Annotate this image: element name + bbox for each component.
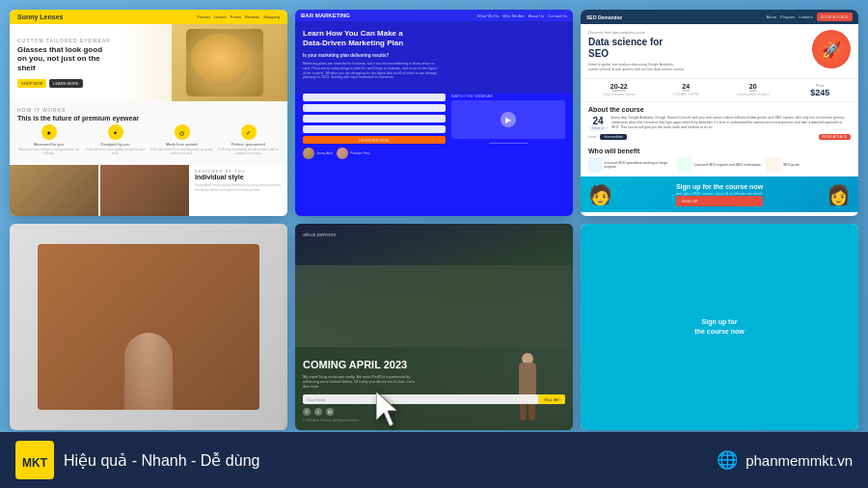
coming-main: COMING APRIL 2023 My travel blog continu…	[303, 358, 565, 422]
bar-hero-body: Marketing plans are essential for busine…	[303, 62, 438, 81]
bar-nav-item[interactable]: What We Do	[477, 14, 500, 18]
sunny-bottom-image-2	[100, 165, 189, 216]
coming-title: COMING APRIL 2023	[303, 358, 565, 371]
seo-who-title: Who will benefit	[588, 148, 851, 154]
seo-nav-item[interactable]: Leaders	[799, 14, 812, 19]
bar-input-1[interactable]	[303, 94, 446, 101]
sunny-nav-item[interactable]: Reviews	[245, 14, 259, 19]
seo-who-text-2: Licensed SEO experts and SEO enthusiasts	[694, 163, 761, 168]
coming-submit-btn[interactable]: TELL ME!	[538, 394, 565, 404]
seo-rocket-icon: 🚀	[812, 30, 851, 68]
sunny-icon-2: ✦ Designed by you Each pair meets strict…	[84, 124, 147, 155]
sunny-how-section: HOW IT WORKS This is the future of premi…	[10, 101, 287, 165]
sunny-logo: Sunny Lenses	[17, 14, 63, 20]
seo-stat-dates: 20-22 September 3 days of intense practi…	[588, 83, 650, 97]
seo-nav: About Program Leaders BOOK A PLACE	[767, 13, 853, 21]
seo-nav-item[interactable]: Program	[780, 14, 795, 19]
coming-content: akua petrovs COMING APRIL 2023 My travel…	[295, 224, 573, 430]
bar-input-2[interactable]	[303, 104, 446, 112]
sunny-icon-circle-4: ✓	[241, 124, 257, 140]
seo-stat-sub-3: Limited number of places	[722, 93, 784, 96]
facebook-icon[interactable]: f	[303, 408, 311, 416]
sunny-section-subtitle: This is the future of premium eyewear	[17, 115, 280, 122]
seo-bottom-content: Sign up forthe course now	[694, 317, 744, 337]
sunny-hero: CUSTOM TAILORED EYEWEAR Glasses that loo…	[10, 24, 287, 101]
seo-who-icon-2	[677, 157, 692, 173]
bottom-bar: MKT Hiệu quả - Nhanh - Dễ dùng 🌐 phanmem…	[0, 432, 868, 488]
seo-level-label: Level	[588, 135, 596, 139]
previews-grid: Sunny Lenses Frames Lenses Prices Review…	[10, 10, 858, 430]
sunny-custom-label: CUSTOM TAILORED EYEWEAR	[17, 38, 111, 43]
sunny-icons-row: ★ Measured for you Watch your eyes and g…	[17, 124, 280, 155]
sunny-icon-3: ◎ Made from scratch Each pair comes from…	[150, 124, 213, 155]
sunny-hero-image	[172, 24, 287, 101]
seo-signup-btn[interactable]: SIGN UP	[676, 196, 763, 206]
bottom-right: 🌐 phanmemmkt.vn	[717, 449, 853, 471]
seo-header: SEO Demandez About Program Leaders BOOK …	[581, 10, 858, 24]
bar-register-btn[interactable]: REGISTER NOW	[303, 136, 446, 144]
seo-who: Who will benefit In-house SEO specialist…	[581, 144, 858, 176]
linkedin-icon[interactable]: in	[326, 408, 334, 416]
bar-speaker-1: Jeremy Athis	[303, 148, 333, 159]
sunny-hero-title: Glasses that look good on you, not just …	[17, 45, 104, 73]
card-seo-course[interactable]: SEO Demandez About Program Leaders BOOK …	[581, 10, 858, 216]
sunny-icon-1: ★ Measured for you Watch your eyes and g…	[17, 124, 80, 155]
bar-input-4[interactable]	[303, 125, 446, 133]
seo-who-text-3: SEO guide	[783, 163, 800, 168]
coming-logo: akua petrovs	[303, 231, 565, 237]
sunny-nav-item[interactable]: Frames	[197, 14, 210, 19]
bar-speaker-name-2: Penelope Perry	[350, 151, 370, 155]
seo-signup-sub: and get a PDF course report & certificat…	[676, 191, 763, 196]
sunny-nav-item[interactable]: Lenses	[214, 14, 227, 19]
sunny-icon-circle-2: ✦	[108, 124, 123, 140]
card-sunny-lenses[interactable]: Sunny Lenses Frames Lenses Prices Review…	[10, 10, 287, 216]
seo-hero-title: Data science for SEO	[588, 37, 685, 60]
card-placeholder	[10, 224, 287, 430]
card-bar-marketing[interactable]: BAR MARKETING What We Do Who We Are Abou…	[295, 10, 573, 216]
seo-about-title: About the course	[588, 106, 851, 113]
seo-hero-body: Learn to gather and analyze data using G…	[588, 63, 685, 72]
sunny-nav-item[interactable]: Prices	[231, 14, 241, 19]
sunny-shop-btn[interactable]: SHOP NOW	[17, 79, 46, 88]
bar-nav: What We Do Who We Are About Us Contact U…	[477, 14, 567, 18]
sunny-bottom-section: REVIEWED BY YOU Individual style Extraor…	[10, 165, 287, 216]
bar-input-3[interactable]	[303, 115, 446, 122]
bar-nav-item[interactable]: Contact Us	[548, 14, 567, 18]
play-icon: ▶	[501, 112, 516, 127]
seo-book-btn[interactable]: BOOK A PLACE	[817, 13, 853, 21]
bar-content: REGISTER NOW Jeremy Athis Penelope Perry…	[295, 94, 573, 167]
sunny-learn-btn[interactable]: LEARN MORE	[49, 79, 82, 88]
sunny-icon-circle: ★	[41, 124, 57, 140]
seo-stat-sub-2: 10:00 AM - 6:00 PM	[656, 93, 718, 96]
bar-header: BAR MARKETING What We Do Who We Are Abou…	[295, 10, 573, 21]
sunny-icon-4: ✓ Perfect, guaranteed If it doesn't fit …	[217, 124, 280, 155]
seo-who-item-1: In-house SEO specialists working on larg…	[588, 157, 673, 173]
sunny-icon-label: Measured for you	[34, 142, 64, 147]
bottom-url[interactable]: phanmemmkt.vn	[746, 452, 853, 469]
globe-icon: 🌐	[717, 449, 738, 471]
card-placeholder-inner	[38, 244, 259, 409]
seo-book-course-btn[interactable]: BOOK A PLACE	[819, 134, 851, 140]
seo-stats: 20-22 September 3 days of intense practi…	[581, 78, 858, 102]
coming-email-form: Your Email TELL ME!	[303, 394, 565, 404]
sunny-icon-circle-3: ◎	[175, 124, 190, 140]
seo-signup-banner: 🧑 Sign up for the course now and get a P…	[581, 176, 858, 212]
card-coming-soon[interactable]: akua petrovs COMING APRIL 2023 My travel…	[295, 224, 573, 430]
seo-about-number-label: Hours of	[588, 126, 608, 132]
bar-nav-item[interactable]: About Us	[529, 14, 544, 18]
svg-text:MKT: MKT	[22, 456, 48, 470]
seo-stat-seats: 20 Seats Limited number of places	[722, 83, 784, 97]
seo-about-number: 24	[588, 116, 608, 126]
sunny-nav-item[interactable]: Shopping	[263, 14, 280, 19]
coming-email-input[interactable]: Your Email	[303, 394, 538, 404]
seo-signup-person-right: 👩	[827, 183, 851, 206]
seo-signup-text: Sign up for the course now and get a PDF…	[676, 182, 763, 206]
bar-nav-item[interactable]: Who We Are	[502, 14, 524, 18]
seo-who-item-2: Licensed SEO experts and SEO enthusiasts	[677, 157, 762, 173]
seo-nav-item[interactable]: About	[767, 14, 776, 19]
bar-hero-title: Learn How You Can Make a Data-Driven Mar…	[303, 29, 419, 49]
bottom-tagline: Hiệu quả - Nhanh - Dễ dùng	[64, 451, 259, 470]
coming-copyright: © 2023 Akua Petronov, All Rights Reserve…	[303, 419, 565, 422]
seo-level-value: Intermediate	[600, 134, 626, 140]
twitter-icon[interactable]: t	[314, 408, 322, 416]
